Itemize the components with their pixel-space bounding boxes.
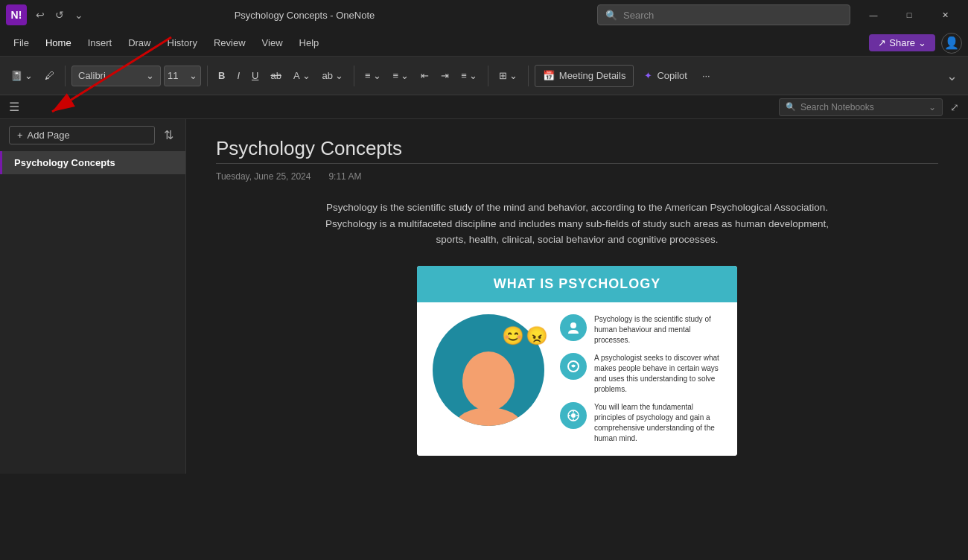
sidebar-header: + Add Page ⇅ xyxy=(0,119,185,151)
svg-point-7 xyxy=(571,413,576,418)
bullets-dropdown: ⌄ xyxy=(373,70,381,81)
note-time: 9:11 AM xyxy=(328,171,361,182)
close-button[interactable]: ✕ xyxy=(928,3,962,27)
ribbon-expand-button[interactable]: ⌄ xyxy=(942,68,962,84)
menu-right-actions: ↗ Share ⌄ 👤 xyxy=(869,33,962,54)
sort-pages-button[interactable]: ⇅ xyxy=(161,125,176,145)
more-formatting-button[interactable]: ⊞ ⌄ xyxy=(494,63,522,89)
copilot-button[interactable]: ✦ Copilot xyxy=(637,65,694,87)
happy-emoji: 😊 xyxy=(502,325,524,346)
more-button[interactable]: ··· xyxy=(698,63,715,89)
indent-increase-button[interactable]: ⇥ xyxy=(436,63,453,89)
menu-review[interactable]: Review xyxy=(206,34,253,51)
note-meta: Tuesday, June 25, 2024 9:11 AM xyxy=(216,171,938,182)
svg-point-4 xyxy=(570,322,576,328)
align-dropdown: ⌄ xyxy=(469,70,477,81)
menu-file[interactable]: File xyxy=(6,34,36,51)
hamburger-menu-button[interactable]: ☰ xyxy=(6,97,22,117)
infographic-header: WHAT IS PSYCHOLOGY xyxy=(417,266,737,302)
more-icon: ··· xyxy=(702,70,710,81)
italic-button[interactable]: I xyxy=(232,63,244,89)
more-formatting-icon: ⊞ xyxy=(499,70,507,81)
menu-view[interactable]: View xyxy=(255,34,290,51)
share-button[interactable]: ↗ Share ⌄ xyxy=(869,34,935,51)
expand-view-button[interactable]: ⤢ xyxy=(947,100,962,115)
info-row-2: A psychologist seeks to discover what ma… xyxy=(560,353,725,395)
info-text-3: You will learn the fundamental principle… xyxy=(594,402,725,444)
share-icon: ↗ xyxy=(878,37,886,48)
note-divider xyxy=(216,163,938,164)
info-row-3: You will learn the fundamental principle… xyxy=(560,402,725,444)
ribbon-divider-5 xyxy=(528,66,529,86)
info-icon-2 xyxy=(560,353,587,380)
highlighter-icon: 🖊 xyxy=(45,70,54,81)
infographic-left-panel: 😊 😠 xyxy=(429,314,548,444)
maximize-button[interactable]: □ xyxy=(892,3,926,27)
sidebar-page-psychology-concepts[interactable]: Psychology Concepts xyxy=(0,151,185,174)
infographic: WHAT IS PSYCHOLOGY xyxy=(417,266,737,456)
font-color-button[interactable]: A ⌄ xyxy=(289,63,315,89)
menu-home[interactable]: Home xyxy=(38,34,79,51)
add-page-button[interactable]: + Add Page xyxy=(9,126,155,144)
meeting-details-button[interactable]: 📅 Meeting Details xyxy=(535,65,634,87)
svg-point-3 xyxy=(462,351,515,411)
window-title: Psychology Concepts - OneNote xyxy=(18,10,591,21)
global-search-bar[interactable]: 🔍 Search xyxy=(597,4,850,25)
main-area: + Add Page ⇅ Psychology Concepts Psychol… xyxy=(0,119,968,474)
highlight-dropdown: ⌄ xyxy=(335,70,343,81)
strikethrough-button[interactable]: ab xyxy=(266,63,285,89)
sub-toolbar: ☰ 🔍 Search Notebooks ⌄ ⤢ xyxy=(0,95,968,119)
ribbon-divider-2 xyxy=(207,66,208,86)
font-size-select[interactable]: 11 ⌄ xyxy=(164,66,201,86)
menu-bar: File Home Insert Draw History Review Vie… xyxy=(0,30,968,57)
bold-button[interactable]: B xyxy=(214,63,229,89)
menu-insert[interactable]: Insert xyxy=(80,34,120,51)
notebook-icon: 📓 xyxy=(10,70,22,81)
meeting-icon: 📅 xyxy=(543,70,555,81)
note-date: Tuesday, June 25, 2024 xyxy=(216,171,311,182)
menu-history[interactable]: History xyxy=(160,34,205,51)
info-row-1: Psychology is the scientific study of hu… xyxy=(560,314,725,346)
window-controls: — □ ✕ xyxy=(856,3,962,27)
highlighter-button[interactable]: 🖊 xyxy=(40,63,59,89)
font-family-select[interactable]: Calibri ⌄ xyxy=(71,66,161,86)
search-notebooks-input[interactable]: 🔍 Search Notebooks ⌄ xyxy=(779,98,943,116)
numbering-dropdown: ⌄ xyxy=(401,70,409,81)
indent-decrease-button[interactable]: ⇤ xyxy=(416,63,433,89)
copilot-icon: ✦ xyxy=(644,70,652,81)
note-body-text: Psychology is the scientific study of th… xyxy=(324,200,830,248)
ribbon-divider-4 xyxy=(488,66,488,86)
search-notebooks-placeholder: Search Notebooks xyxy=(800,102,874,112)
menu-help[interactable]: Help xyxy=(292,34,327,51)
infographic-right-panel: Psychology is the scientific study of hu… xyxy=(560,314,725,444)
font-size-value: 11 xyxy=(168,70,178,81)
minimize-button[interactable]: — xyxy=(856,3,891,27)
bullets-button[interactable]: ≡ ⌄ xyxy=(360,63,386,89)
search-notebooks-dropdown-icon: ⌄ xyxy=(929,102,936,112)
align-button[interactable]: ≡ ⌄ xyxy=(456,63,482,89)
profile-icon[interactable]: 👤 xyxy=(941,33,962,54)
title-bar: N! ↩ ↺ ⌄ Psychology Concepts - OneNote 🔍… xyxy=(0,0,968,30)
notebook-button[interactable]: 📓 ⌄ xyxy=(6,63,37,89)
infographic-body: 😊 😠 Psychology is the scienti xyxy=(417,302,737,456)
info-text-1: Psychology is the scientific study of hu… xyxy=(594,314,725,346)
bullets-icon: ≡ xyxy=(365,70,371,81)
indent-decrease-icon: ⇤ xyxy=(421,70,429,81)
note-title: Psychology Concepts xyxy=(216,137,938,160)
note-content-area: Psychology Concepts Tuesday, June 25, 20… xyxy=(186,119,968,474)
font-color-icon: A xyxy=(293,70,300,81)
font-family-dropdown-icon: ⌄ xyxy=(146,70,154,81)
copilot-label: Copilot xyxy=(657,70,687,81)
menu-draw[interactable]: Draw xyxy=(121,34,158,51)
numbering-button[interactable]: ≡ ⌄ xyxy=(389,63,414,89)
ribbon-toolbar: 📓 ⌄ 🖊 Calibri ⌄ 11 ⌄ B I U ab A ⌄ ab ⌄ ≡… xyxy=(0,57,968,95)
meeting-details-label: Meeting Details xyxy=(559,70,626,81)
highlight-color-button[interactable]: ab ⌄ xyxy=(318,63,348,89)
ribbon-divider-1 xyxy=(65,66,66,86)
angry-emoji: 😠 xyxy=(526,325,548,346)
add-page-icon: + xyxy=(17,130,23,141)
info-icon-3 xyxy=(560,402,587,429)
add-page-label: Add Page xyxy=(28,130,70,141)
underline-button[interactable]: U xyxy=(247,63,263,89)
share-label: Share xyxy=(889,37,915,48)
